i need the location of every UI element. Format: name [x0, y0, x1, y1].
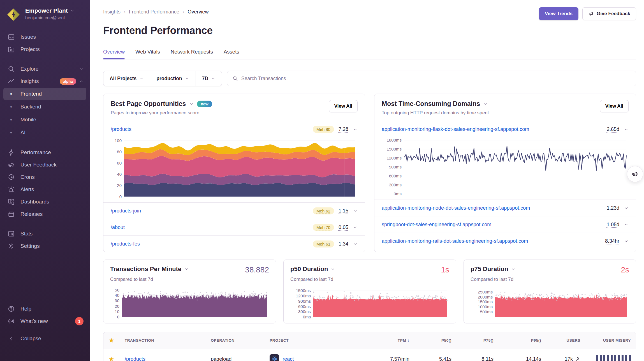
- page-link[interactable]: /about: [111, 225, 125, 230]
- search-bar[interactable]: [227, 71, 636, 86]
- svg-text:500ms: 500ms: [480, 309, 493, 314]
- view-all-button[interactable]: View All: [600, 100, 629, 112]
- tab-assets[interactable]: Assets: [224, 49, 239, 59]
- give-feedback-button[interactable]: Give Feedback: [582, 7, 636, 20]
- sidebar-nav: Issues Projects Explore Insights alpha: [0, 31, 90, 343]
- sidebar-item-projects[interactable]: Projects: [0, 43, 90, 55]
- star-icon[interactable]: ★: [108, 355, 114, 361]
- floating-feedback-button[interactable]: [627, 166, 643, 182]
- chevron-down-icon[interactable]: [624, 239, 629, 244]
- column-operation[interactable]: OPERATION: [206, 338, 265, 343]
- alpha-badge: alpha: [60, 78, 76, 85]
- sidebar-item-releases[interactable]: Releases: [0, 208, 90, 220]
- page-link[interactable]: /products: [111, 126, 131, 132]
- view-all-button[interactable]: View All: [329, 100, 358, 112]
- page-row-products-join: /products-join Meh 62 1.15: [103, 202, 365, 219]
- chevron-down-icon[interactable]: [331, 267, 335, 271]
- chevron-up-icon[interactable]: [353, 127, 358, 132]
- breadcrumb-insights[interactable]: Insights: [103, 9, 121, 15]
- date-range-filter[interactable]: 7D: [196, 71, 222, 86]
- search-input[interactable]: [241, 71, 631, 86]
- sidebar-item-performance[interactable]: Performance: [0, 146, 90, 159]
- page-row-about: /about Meh 70 0.05: [103, 219, 365, 235]
- transaction-link[interactable]: /products: [125, 356, 145, 361]
- chevron-down-icon[interactable]: [353, 209, 358, 213]
- column-p95[interactable]: P95(): [499, 338, 546, 343]
- performance-score-chart: 100806040200: [111, 138, 358, 199]
- sidebar-item-insights[interactable]: Insights alpha: [0, 75, 90, 87]
- column-user-misery[interactable]: USER MISERY: [585, 338, 636, 343]
- sidebar-item-help[interactable]: Help: [0, 303, 90, 315]
- domain-link[interactable]: springboot-dot-sales-engineering-sf.apps…: [382, 222, 491, 228]
- bullet-icon: •: [7, 104, 15, 110]
- sidebar-item-crons[interactable]: Crons: [0, 171, 90, 183]
- chevron-down-icon[interactable]: [624, 222, 629, 227]
- tab-web-vitals[interactable]: Web Vitals: [135, 49, 160, 59]
- chevron-up-icon[interactable]: [624, 127, 629, 132]
- p95-value: 14.14s: [499, 356, 546, 361]
- sidebar-item-backend[interactable]: • Backend: [3, 101, 86, 113]
- column-transaction[interactable]: TRANSACTION: [120, 338, 206, 343]
- sidebar-item-issues[interactable]: Issues: [0, 31, 90, 43]
- domain-link[interactable]: application-monitoring-node-dot-sales-en…: [382, 205, 530, 211]
- chevron-down-icon: [139, 76, 144, 81]
- column-project[interactable]: PROJECT: [265, 338, 357, 343]
- sidebar-item-ai[interactable]: • AI: [3, 126, 86, 139]
- sidebar-item-user-feedback[interactable]: User Feedback: [0, 159, 90, 171]
- p75-value: 8.11s: [457, 356, 499, 361]
- score-badge: Meh 70: [313, 224, 334, 231]
- org-switcher[interactable]: Empower Plant benjamin.coe@sent…: [0, 6, 90, 24]
- domain-link[interactable]: application-monitoring-rails-dot-sales-e…: [382, 238, 528, 244]
- domain-link[interactable]: application-monitoring-flask-dot-sales-e…: [382, 126, 529, 132]
- tab-overview[interactable]: Overview: [103, 49, 125, 59]
- project-link[interactable]: react: [282, 356, 294, 361]
- time-spent-value: 1.05d: [607, 222, 619, 228]
- sidebar-item-label: Backend: [20, 104, 41, 110]
- issues-icon: [7, 33, 15, 41]
- svg-text:100: 100: [115, 138, 122, 143]
- column-p50[interactable]: P50(): [414, 338, 457, 343]
- svg-text:1500ms: 1500ms: [296, 288, 311, 293]
- table-header: ★ TRANSACTION OPERATION PROJECT TPM ↓ P5…: [103, 332, 636, 349]
- chevron-down-icon[interactable]: [184, 267, 189, 271]
- chevron-down-icon[interactable]: [483, 102, 488, 106]
- chevron-down-icon: [70, 8, 75, 13]
- environment-filter[interactable]: production: [150, 71, 195, 86]
- page-link[interactable]: /products-join: [111, 208, 141, 214]
- column-users[interactable]: USERS: [546, 338, 585, 343]
- project-filter[interactable]: All Projects: [103, 71, 150, 86]
- opportunity-score: 7.28: [339, 126, 348, 132]
- column-tpm[interactable]: TPM ↓: [357, 338, 414, 343]
- chevron-down-icon[interactable]: [624, 206, 629, 210]
- tab-network-requests[interactable]: Network Requests: [171, 49, 213, 59]
- filter-bar: All Projects production 7D: [103, 71, 636, 86]
- sidebar-item-alerts[interactable]: Alerts: [0, 183, 90, 196]
- sidebar-item-mobile[interactable]: • Mobile: [3, 114, 86, 126]
- page-link[interactable]: /products-fes: [111, 241, 140, 247]
- sidebar-item-stats[interactable]: Stats: [0, 228, 90, 240]
- operation-value: pageload: [206, 356, 265, 361]
- releases-icon: [7, 210, 15, 218]
- sidebar-item-whats-new[interactable]: What's new 1: [0, 315, 90, 327]
- chevron-down-icon[interactable]: [189, 102, 194, 106]
- column-p75[interactable]: P75(): [457, 338, 499, 343]
- sidebar-item-explore[interactable]: Explore: [0, 63, 90, 75]
- chevron-down-icon[interactable]: [353, 225, 358, 230]
- sidebar-item-settings[interactable]: Settings: [0, 240, 90, 252]
- insights-icon: [7, 78, 15, 85]
- sidebar-item-dashboards[interactable]: Dashboards: [0, 196, 90, 208]
- sidebar-item-label: Projects: [20, 46, 40, 52]
- card-subtitle: Compared to last 7d: [290, 277, 449, 282]
- sidebar-item-frontend[interactable]: • Frontend: [3, 88, 86, 100]
- svg-text:20: 20: [117, 183, 122, 188]
- chevron-down-icon[interactable]: [511, 267, 515, 271]
- svg-text:300ms: 300ms: [389, 182, 402, 187]
- breadcrumb-frontend-performance[interactable]: Frontend Performance: [129, 9, 179, 15]
- card-title: p50 Duration: [290, 265, 328, 273]
- view-trends-button[interactable]: View Trends: [539, 7, 578, 20]
- sidebar-item-label: Mobile: [20, 117, 36, 123]
- sidebar-collapse-button[interactable]: Collapse: [0, 331, 90, 343]
- chevron-down-icon[interactable]: [353, 242, 358, 246]
- svg-text:0: 0: [117, 314, 119, 319]
- star-icon[interactable]: ★: [108, 337, 114, 344]
